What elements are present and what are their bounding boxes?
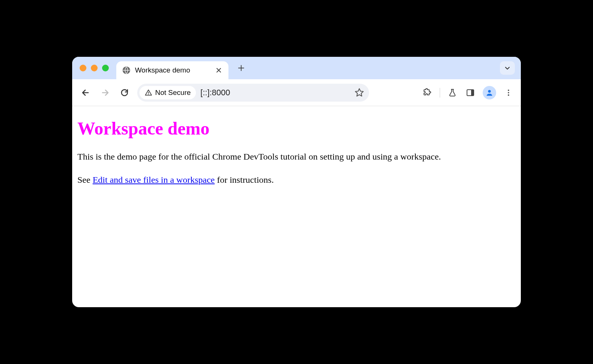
svg-rect-2 bbox=[471, 90, 474, 96]
bookmark-button[interactable] bbox=[353, 87, 365, 99]
back-button[interactable] bbox=[79, 86, 92, 99]
toolbar-right bbox=[422, 86, 514, 99]
new-tab-button[interactable] bbox=[234, 61, 248, 75]
toolbar-divider bbox=[440, 88, 440, 98]
instructions-prefix: See bbox=[77, 175, 93, 185]
page-heading: Workspace demo bbox=[77, 118, 516, 139]
profile-button[interactable] bbox=[483, 86, 496, 99]
toolbar: Not Secure [::]:8000 bbox=[72, 79, 521, 106]
tab-close-button[interactable] bbox=[215, 67, 222, 74]
instructions-suffix: for instructions. bbox=[215, 175, 274, 185]
browser-window: Workspace demo bbox=[72, 57, 521, 307]
instructions-paragraph: See Edit and save files in a workspace f… bbox=[77, 174, 516, 186]
address-bar[interactable]: Not Secure [::]:8000 bbox=[137, 84, 369, 102]
globe-icon bbox=[122, 66, 130, 74]
security-chip[interactable]: Not Secure bbox=[139, 86, 196, 99]
warning-icon bbox=[145, 89, 152, 96]
window-minimize-button[interactable] bbox=[91, 65, 98, 71]
menu-button[interactable] bbox=[503, 87, 514, 98]
svg-point-5 bbox=[508, 92, 509, 93]
reload-button[interactable] bbox=[118, 86, 131, 99]
window-close-button[interactable] bbox=[80, 65, 86, 71]
tab-title: Workspace demo bbox=[135, 66, 211, 74]
labs-button[interactable] bbox=[447, 87, 458, 98]
svg-point-3 bbox=[488, 90, 491, 92]
svg-point-6 bbox=[508, 94, 509, 96]
security-label: Not Secure bbox=[155, 89, 191, 97]
svg-point-4 bbox=[508, 89, 509, 91]
title-bar: Workspace demo bbox=[72, 57, 521, 79]
browser-tab[interactable]: Workspace demo bbox=[116, 61, 228, 79]
forward-button[interactable] bbox=[98, 86, 112, 99]
window-controls bbox=[80, 65, 109, 71]
url-text: [::]:8000 bbox=[200, 88, 349, 98]
window-maximize-button[interactable] bbox=[102, 65, 109, 71]
workspace-link[interactable]: Edit and save files in a workspace bbox=[93, 175, 215, 185]
intro-paragraph: This is the demo page for the official C… bbox=[77, 151, 516, 163]
page-content: Workspace demo This is the demo page for… bbox=[72, 106, 521, 209]
tab-search-button[interactable] bbox=[500, 61, 515, 75]
extensions-button[interactable] bbox=[422, 87, 433, 98]
side-panel-button[interactable] bbox=[465, 87, 476, 98]
